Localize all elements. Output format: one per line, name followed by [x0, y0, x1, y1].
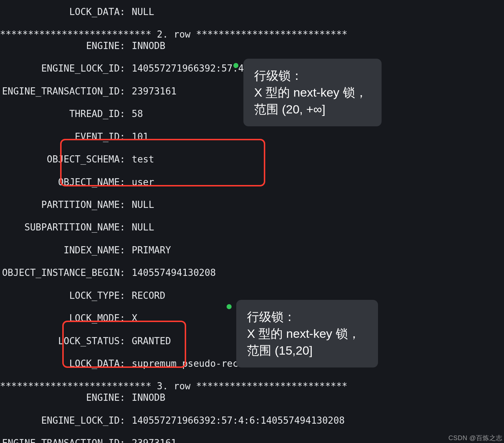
field-key: LOCK_MODE: — [0, 313, 125, 324]
field-key: SUBPARTITION_NAME: — [0, 222, 125, 233]
callout-line: X 型的 next-key 锁， — [247, 325, 367, 342]
field-key: OBJECT_SCHEMA: — [0, 154, 125, 165]
field-key: ENGINE: — [0, 392, 125, 404]
annotation-callout-2: 行级锁： X 型的 next-key 锁， 范围 (15,20] — [236, 300, 378, 367]
row-separator-3: *************************** 3. row *****… — [0, 381, 348, 391]
field-key: THREAD_ID: — [0, 108, 125, 120]
row2-object-instance-begin: OBJECT_INSTANCE_BEGIN:140557494130208 — [0, 267, 348, 279]
watermark-text: CSDN @百炼之志 — [449, 434, 503, 442]
callout-line: 行级锁： — [247, 308, 367, 325]
row3-engine-lock-id: ENGINE_LOCK_ID:140557271966392:57:4:6:14… — [0, 415, 348, 427]
field-val: RECORD — [125, 290, 165, 302]
field-key: LOCK_DATA: — [0, 6, 125, 18]
field-key: LOCK_STATUS: — [0, 336, 125, 347]
field-val: 58 — [125, 108, 143, 120]
field-key: OBJECT_INSTANCE_BEGIN: — [0, 267, 125, 279]
bullet-icon — [227, 304, 232, 309]
field-key: ENGINE_LOCK_ID: — [0, 63, 125, 74]
field-val: X — [125, 313, 137, 324]
field-val: PRIMARY — [125, 245, 171, 256]
field-key: ENGINE_TRANSACTION_ID: — [0, 86, 125, 97]
field-key: EVENT_ID: — [0, 131, 125, 143]
row-separator-2: *************************** 2. row *****… — [0, 29, 348, 40]
field-key: INDEX_NAME: — [0, 245, 125, 256]
field-key: PARTITION_NAME: — [0, 199, 125, 211]
callout-line: X 型的 next-key 锁， — [254, 84, 371, 101]
row2-event-id: EVENT_ID:101 — [0, 131, 348, 143]
row2-engine: ENGINE:INNODB — [0, 40, 348, 52]
field-val: INNODB — [125, 392, 165, 404]
field-key: LOCK_DATA: — [0, 358, 125, 370]
field-val: supremum pseudo-record — [125, 358, 255, 370]
callout-line: 行级锁： — [254, 67, 371, 84]
field-val: 101 — [125, 131, 149, 143]
row1-lock-data: LOCK_DATA:NULL — [0, 6, 348, 18]
row2-partition-name: PARTITION_NAME:NULL — [0, 199, 348, 211]
bullet-icon — [233, 63, 238, 68]
field-key: ENGINE: — [0, 40, 125, 52]
row3-engine: ENGINE:INNODB — [0, 392, 348, 404]
field-val: 140557271966392:57:4:6:140557494130208 — [125, 415, 345, 427]
field-val: user — [125, 177, 154, 188]
field-val: NULL — [125, 222, 154, 233]
field-key: ENGINE_TRANSACTION_ID: — [0, 438, 125, 443]
callout-line: 范围 (20, +∞] — [254, 101, 371, 118]
callout-line: 范围 (15,20] — [247, 342, 367, 359]
field-val: NULL — [125, 199, 154, 211]
field-val: 140557494130208 — [125, 267, 216, 279]
field-val: test — [125, 154, 154, 165]
annotation-callout-1: 行级锁： X 型的 next-key 锁， 范围 (20, +∞] — [243, 59, 382, 126]
field-val: INNODB — [125, 40, 165, 52]
field-key: OBJECT_NAME: — [0, 177, 125, 188]
field-key: LOCK_TYPE: — [0, 290, 125, 302]
row2-object-schema: OBJECT_SCHEMA:test — [0, 154, 348, 165]
row2-index-name: INDEX_NAME:PRIMARY — [0, 245, 348, 256]
row2-subpartition-name: SUBPARTITION_NAME:NULL — [0, 222, 348, 233]
field-val: NULL — [125, 6, 154, 18]
row3-engine-tx-id: ENGINE_TRANSACTION_ID:23973161 — [0, 438, 348, 443]
field-val: GRANTED — [125, 336, 171, 347]
field-val: 23973161 — [125, 438, 176, 443]
field-val: 23973161 — [125, 86, 176, 97]
row2-object-name: OBJECT_NAME:user — [0, 177, 348, 188]
field-key: ENGINE_LOCK_ID: — [0, 415, 125, 427]
